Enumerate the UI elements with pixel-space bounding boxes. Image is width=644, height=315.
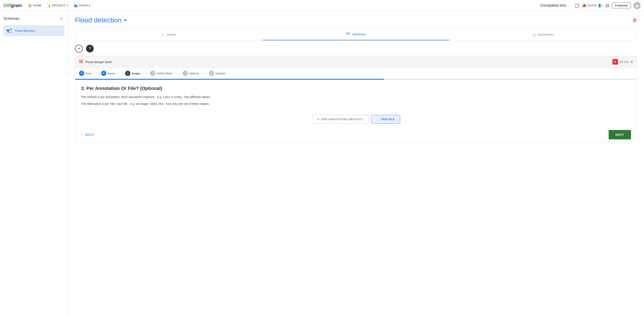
attribute-expand-icon[interactable]: ∧ xyxy=(630,60,633,64)
tab-attributes-label: Attributes xyxy=(352,32,366,36)
topnav: Diffgram HOME PROJECT TASKS Geospatial t… xyxy=(0,0,644,11)
tabs-row: ☆ Labels Attributes △ Geometries xyxy=(75,28,637,41)
content-description2: The Alternative is per File: each file -… xyxy=(81,101,631,106)
tab-labels[interactable]: ☆ Labels xyxy=(75,29,262,40)
tasks-label: TASKS xyxy=(78,4,88,7)
step-name-num: ✏ xyxy=(101,71,106,76)
sidebar-title: Schemas xyxy=(4,17,20,21)
attribute-section: Flood danger level ★ ID 115 ∧ ✏ Kind xyxy=(75,56,637,143)
tab-attributes[interactable]: Attributes xyxy=(262,29,450,40)
svg-rect-11 xyxy=(80,60,80,61)
scope-buttons-row: ✏ PER ANNOTATION (DEFAULT) 📄 PER FILE xyxy=(81,115,631,124)
svg-rect-14 xyxy=(80,61,80,62)
add-schema-button[interactable]: + xyxy=(58,15,64,22)
attribute-favorite-button[interactable]: ★ xyxy=(612,59,618,65)
annotation-pencil-icon: ✏ xyxy=(317,118,320,121)
step-connector-4 xyxy=(173,73,182,74)
step-options-num: 5 xyxy=(183,71,188,76)
next-button[interactable]: NEXT xyxy=(609,130,631,139)
svg-point-3 xyxy=(8,32,9,33)
per-annotation-button[interactable]: ✏ PER ANNOTATION (DEFAULT) xyxy=(312,115,368,124)
edit-title-icon[interactable]: ✏ xyxy=(124,18,127,23)
enterprise-button[interactable]: Enterprise xyxy=(612,3,631,8)
step-visible-when-num: 4 xyxy=(150,71,155,76)
attributes-icon xyxy=(346,32,350,37)
help-button[interactable]: ? xyxy=(86,45,94,53)
step-connector-5 xyxy=(200,73,208,74)
svg-rect-10 xyxy=(348,34,350,35)
step-options-label: Options xyxy=(189,72,199,75)
share-button[interactable]: 📤 SHARE 👤+ xyxy=(582,4,603,8)
project-title: Geospatial tuto... xyxy=(540,3,569,8)
sidebar: Schemas + Flood detection xyxy=(0,11,68,315)
per-file-button[interactable]: 📄 PER FILE xyxy=(371,115,400,124)
attribute-header: Flood danger level ★ ID 115 ∧ xyxy=(75,56,637,68)
back-arrow-icon: ← xyxy=(81,133,84,136)
page-title-row: Flood detection ✏ 🗑 xyxy=(75,16,637,24)
add-attribute-button[interactable]: + xyxy=(75,45,83,53)
step-scope[interactable]: 3 Scope xyxy=(125,71,140,76)
step-defaults-num: 6 xyxy=(209,71,214,76)
logo[interactable]: Diffgram xyxy=(4,3,22,8)
svg-rect-19 xyxy=(82,62,83,63)
labels-icon: ☆ xyxy=(162,32,165,37)
nav-buttons-row: ← BACK NEXT xyxy=(81,128,631,139)
content-body: 3. Per Annotation Or File? (Optional) Th… xyxy=(75,80,637,143)
step-kind[interactable]: ✏ Kind xyxy=(79,71,91,76)
share-icon: 📤 xyxy=(582,4,586,8)
svg-rect-6 xyxy=(347,32,348,33)
attribute-title-row: Flood danger level xyxy=(79,59,112,65)
avatar[interactable] xyxy=(633,2,640,9)
svg-rect-2 xyxy=(10,29,12,30)
tasks-chevron-icon xyxy=(89,4,90,7)
project-icon xyxy=(48,4,51,7)
step-connector-1 xyxy=(92,73,100,74)
step-defaults[interactable]: 6 Defaults xyxy=(209,71,226,76)
attribute-id: ID 115 xyxy=(620,60,628,64)
svg-rect-17 xyxy=(80,62,80,63)
per-annotation-label: PER ANNOTATION (DEFAULT) xyxy=(322,118,363,121)
step-name-label: Name xyxy=(108,72,115,75)
svg-rect-8 xyxy=(347,34,348,35)
svg-rect-9 xyxy=(348,34,350,34)
step-connector-3 xyxy=(141,73,149,74)
svg-rect-16 xyxy=(82,61,83,62)
step-visible-when-label: Visible When xyxy=(156,72,173,75)
tab-labels-label: Labels xyxy=(166,33,176,36)
delete-schema-icon[interactable]: 🗑 xyxy=(632,18,637,23)
page-title: Flood detection ✏ xyxy=(75,16,127,24)
grid-icon xyxy=(79,59,83,65)
back-button[interactable]: ← BACK xyxy=(81,133,94,136)
schema-item-flood-detection[interactable]: Flood detection xyxy=(4,25,64,36)
tab-geometries-label: Geometries xyxy=(538,33,554,36)
nav-home[interactable]: HOME xyxy=(26,3,44,8)
back-label: BACK xyxy=(86,133,94,136)
step-defaults-label: Defaults xyxy=(215,72,226,75)
stepper-row: ✏ Kind ✏ Name 3 Scope 4 xyxy=(75,68,637,79)
topnav-actions: 📋 📤 SHARE 👤+ ⊟ Enterprise xyxy=(574,2,640,9)
svg-rect-15 xyxy=(81,61,82,62)
step-connector-2 xyxy=(116,73,124,74)
step-options[interactable]: 5 Options xyxy=(183,71,199,76)
geometries-icon: △ xyxy=(533,32,536,37)
nav-project[interactable]: PROJECT xyxy=(45,3,70,8)
step-name[interactable]: ✏ Name xyxy=(101,71,115,76)
project-label: PROJECT xyxy=(52,4,66,7)
share-label: SHARE xyxy=(587,4,597,7)
main-layout: Schemas + Flood detection Flood detectio… xyxy=(0,11,644,315)
nav-tasks[interactable]: TASKS xyxy=(72,3,92,8)
schema-item-label: Flood detection xyxy=(15,29,35,32)
share-add-icon: 👤+ xyxy=(598,4,603,7)
svg-rect-18 xyxy=(81,62,82,63)
svg-rect-7 xyxy=(348,32,350,33)
page-title-text: Flood detection xyxy=(75,16,122,24)
step-visible-when[interactable]: 4 Visible When xyxy=(150,71,173,76)
sidebar-header: Schemas + xyxy=(4,15,64,22)
file-doc-icon: 📄 xyxy=(376,118,380,121)
tasks-icon xyxy=(74,4,78,7)
attribute-title-text: Flood danger level xyxy=(86,60,112,64)
file-icon[interactable]: 📋 xyxy=(574,3,580,8)
svg-rect-1 xyxy=(7,30,9,32)
tab-geometries[interactable]: △ Geometries xyxy=(450,29,637,40)
layout-icon[interactable]: ⊟ xyxy=(606,3,609,8)
